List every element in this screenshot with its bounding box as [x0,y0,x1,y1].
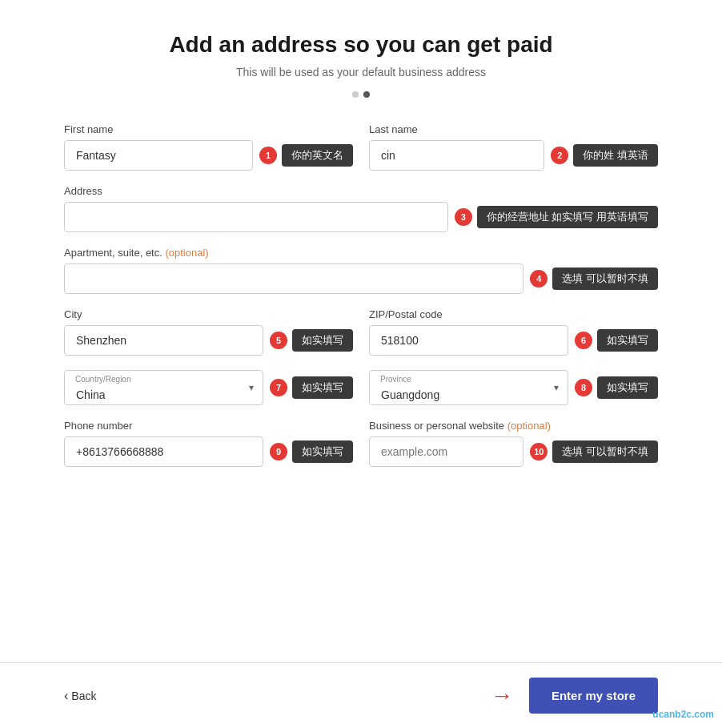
apartment-label: Apartment, suite, etc. (optional) [64,247,658,259]
last-name-input[interactable]: cin [369,140,544,171]
address-input[interactable] [64,202,448,232]
back-arrow-icon: ‹ [64,689,68,703]
website-group: Business or personal website (optional) … [369,420,658,467]
dot-1 [352,91,359,98]
last-name-label: Last name [369,123,658,135]
first-name-input[interactable]: Fantasy [64,140,253,171]
zip-input[interactable]: 518100 [369,325,568,356]
province-group: Province Guangdong ▾ 8 如实填写 [369,370,658,405]
city-zip-row: City Shenzhen 5 如实填写 ZIP/Postal code 518… [64,308,658,356]
name-row: First name Fantasy 1 你的英文名 Last name cin… [64,123,658,171]
province-tooltip: 如实填写 [597,376,658,399]
footer-right: → Enter my store [491,678,658,714]
province-badge: 8 [575,379,592,396]
phone-tooltip: 如实填写 [292,440,353,463]
address-group: Address 3 你的经营地址 如实填写 用英语填写 [64,185,658,232]
arrow-right-icon: → [491,683,513,709]
address-row: Address 3 你的经营地址 如实填写 用英语填写 [64,185,658,232]
first-name-label: First name [64,123,353,135]
website-badge: 10 [530,443,548,461]
city-group: City Shenzhen 5 如实填写 [64,308,353,356]
apartment-input-wrapper: 4 选填 可以暂时不填 [64,263,658,294]
phone-input[interactable]: +8613766668888 [64,436,263,467]
zip-input-wrapper: 518100 6 如实填写 [369,325,658,356]
website-input-wrapper: 10 选填 可以暂时不填 [369,436,658,467]
country-input-wrapper: Country/Region China ▾ 7 如实填写 [64,370,353,405]
address-badge: 3 [455,208,472,226]
apartment-input[interactable] [64,263,523,294]
country-group: Country/Region China ▾ 7 如实填写 [64,370,353,405]
last-name-input-wrapper: cin 2 你的姓 填英语 [369,140,658,171]
zip-badge: 6 [575,332,592,349]
city-tooltip: 如实填写 [292,329,353,352]
phone-website-row: Phone number +8613766668888 9 如实填写 Busin… [64,420,658,467]
watermark: ucanb2c.com [652,709,714,720]
address-tooltip: 你的经营地址 如实填写 用英语填写 [477,206,658,228]
city-input[interactable]: Shenzhen [64,325,263,356]
footer-bar: ‹ Back → Enter my store ucanb2c.com [0,662,722,728]
zip-tooltip: 如实填写 [597,329,658,352]
apartment-tooltip: 选填 可以暂时不填 [552,267,658,290]
phone-badge: 9 [270,443,287,461]
back-link[interactable]: ‹ Back [64,689,96,703]
phone-group: Phone number +8613766668888 9 如实填写 [64,420,353,467]
province-input-wrapper: Province Guangdong ▾ 8 如实填写 [369,370,658,405]
country-select[interactable]: China [64,370,263,405]
enter-store-button[interactable]: Enter my store [529,678,658,714]
city-badge: 5 [270,332,287,349]
zip-group: ZIP/Postal code 518100 6 如实填写 [369,308,658,356]
address-input-wrapper: 3 你的经营地址 如实填写 用英语填写 [64,202,658,232]
page-title: Add an address so you can get paid [64,32,658,58]
first-name-tooltip: 你的英文名 [282,144,353,167]
phone-label: Phone number [64,420,353,432]
first-name-group: First name Fantasy 1 你的英文名 [64,123,353,171]
address-label: Address [64,185,658,197]
city-input-wrapper: Shenzhen 5 如实填写 [64,325,353,356]
country-tooltip: 如实填写 [292,376,353,399]
last-name-group: Last name cin 2 你的姓 填英语 [369,123,658,171]
phone-input-wrapper: +8613766668888 9 如实填写 [64,436,353,467]
country-badge: 7 [270,379,287,396]
website-tooltip: 选填 可以暂时不填 [552,440,658,463]
last-name-tooltip: 你的姓 填英语 [573,144,658,167]
apartment-group: Apartment, suite, etc. (optional) 4 选填 可… [64,247,658,294]
country-province-row: Country/Region China ▾ 7 如实填写 Province [64,370,658,405]
website-input[interactable] [369,436,523,467]
pagination-dots [64,91,658,98]
city-label: City [64,308,353,320]
website-label: Business or personal website (optional) [369,420,658,432]
page-subtitle: This will be used as your default busine… [64,66,658,78]
back-label: Back [71,690,96,702]
first-name-input-wrapper: Fantasy 1 你的英文名 [64,140,353,171]
zip-label: ZIP/Postal code [369,308,658,320]
first-name-badge: 1 [259,147,277,164]
last-name-badge: 2 [551,147,568,164]
apartment-row: Apartment, suite, etc. (optional) 4 选填 可… [64,247,658,294]
dot-2 [363,91,370,98]
province-select[interactable]: Guangdong [369,370,568,405]
apartment-badge: 4 [530,270,548,288]
